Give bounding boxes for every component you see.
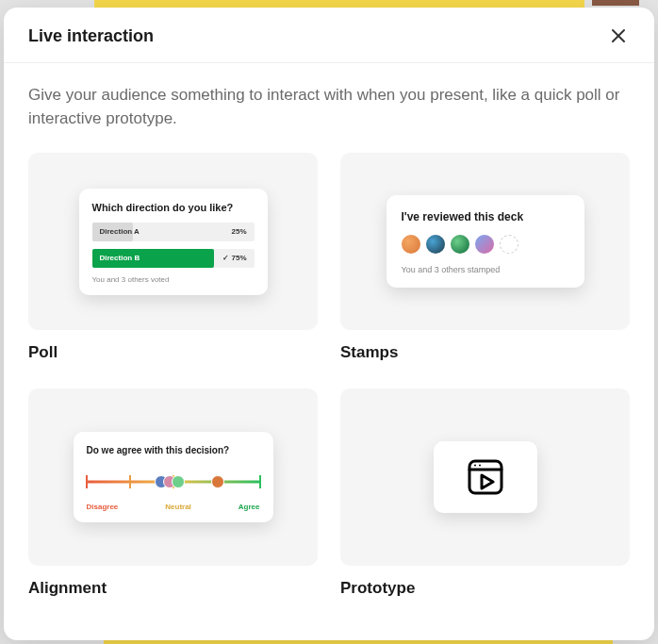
poll-choice-pct: ✓75% [222,254,246,262]
background-decoration [592,0,639,6]
close-icon [610,27,627,44]
scale-tick [86,475,88,488]
live-interaction-modal: Live interaction Give your audience some… [4,8,654,640]
stamps-thumbnail: I've reviewed this deck You and 3 others… [340,153,630,330]
option-prototype[interactable]: Prototype [340,388,630,598]
option-label: Alignment [28,579,318,598]
alignment-question: Do we agree with this decision? [87,445,260,455]
close-button[interactable] [607,25,630,47]
alignment-thumbnail: Do we agree with this decision? [28,388,318,566]
scale-labels: Disagree Neutral Agree [87,503,260,511]
avatar-row [402,235,569,254]
prototype-preview-card [434,441,537,513]
option-stamps[interactable]: I've reviewed this deck You and 3 others… [340,153,630,362]
label-disagree: Disagree [87,503,119,511]
poll-preview-card: Which direction do you like? Direction A… [79,189,268,295]
poll-question: Which direction do you like? [92,202,255,213]
svg-marker-6 [482,475,493,488]
scale-tick [129,475,131,488]
option-alignment[interactable]: Do we agree with this decision? [28,388,318,598]
avatar [475,235,494,254]
check-icon: ✓ [222,254,229,262]
avatar [402,235,420,254]
avatar [426,235,445,254]
avatar-cluster [211,475,224,488]
label-agree: Agree [239,503,260,511]
modal-description: Give your audience something to interact… [28,84,630,130]
stamps-title: I've reviewed this deck [402,210,569,223]
poll-choice-b: Direction B ✓75% [92,249,255,268]
option-label: Prototype [340,579,630,598]
avatar [172,475,185,488]
poll-footer: You and 3 others voted [92,275,255,284]
option-label: Stamps [340,343,630,362]
label-neutral: Neutral [165,503,191,511]
stamps-preview-card: I've reviewed this deck You and 3 others… [387,195,584,288]
poll-choice-label: Direction A [92,227,140,236]
svg-point-4 [474,465,476,467]
avatar [451,235,469,254]
avatar-placeholder [500,235,518,254]
poll-choice-a: Direction A 25% [92,223,255,241]
modal-body: Give your audience something to interact… [4,63,654,640]
option-label: Poll [28,343,318,362]
alignment-scale [87,471,260,493]
poll-thumbnail: Which direction do you like? Direction A… [28,153,318,330]
prototype-thumbnail [340,388,630,566]
alignment-preview-card: Do we agree with this decision? [74,432,273,522]
options-grid: Which direction do you like? Direction A… [28,153,630,598]
option-poll[interactable]: Which direction do you like? Direction A… [28,153,318,362]
modal-title: Live interaction [28,26,154,46]
poll-choice-pct: 25% [231,227,246,236]
avatar [211,475,224,488]
background-decoration [94,0,584,8]
stamps-footer: You and 3 others stamped [402,265,569,274]
scale-tick [259,475,261,488]
avatar-cluster [155,475,185,488]
play-frame-icon [465,456,506,498]
poll-choice-label: Direction B [92,254,140,262]
svg-point-5 [479,465,481,467]
modal-header: Live interaction [4,8,654,63]
